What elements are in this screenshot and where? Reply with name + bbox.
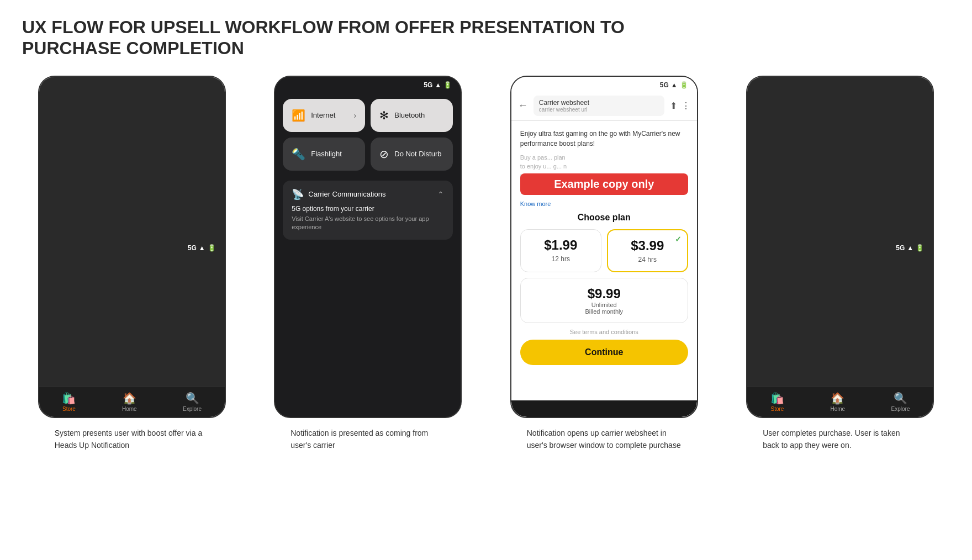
plan-price-2: $3.99 [616, 238, 679, 253]
store-icon-4: 🛍️ [770, 392, 784, 405]
nav-home-1[interactable]: 🏠 Home [122, 392, 137, 412]
quick-tiles-2: 📶 Internet › ✻ Bluetooth 🔦 Flashlight [275, 93, 461, 176]
example-copy-banner-3: Example copy only [520, 173, 688, 195]
screen3-column: 5G ▲ 🔋 ← Carrier websheet carrier webshe… [494, 76, 714, 452]
carrier-expand-icon[interactable]: ⌃ [437, 190, 444, 199]
websheet-topbar-3: ← Carrier websheet carrier websheet url … [511, 91, 697, 121]
bluetooth-label: Bluetooth [394, 111, 425, 119]
signal-icon-4: ▲ [907, 244, 913, 252]
phone-frame-2: 5G ▲ 🔋 📶 Internet › ✻ Bluetooth [274, 76, 462, 418]
back-button-3[interactable]: ← [518, 100, 528, 112]
status-bar-4: 5G ▲ 🔋 [747, 77, 933, 417]
nav-store-4[interactable]: 🛍️ Store [770, 392, 784, 412]
internet-icon: 📶 [292, 109, 305, 122]
screen4-column: 5G ▲ 🔋 🎁 2 🔍 🎮 👥 0 😊 [731, 76, 950, 452]
nav-explore-label-4: Explore [891, 406, 910, 412]
internet-label: Internet [311, 111, 335, 119]
share-icon-3[interactable]: ⬆ [670, 101, 677, 111]
carrier-icon-2: 📡 [292, 188, 304, 200]
nav-explore-1[interactable]: 🔍 Explore [183, 392, 202, 412]
carrier-title-row-2: 📡 Carrier Communications [292, 188, 385, 200]
page-title: UX FLOW FOR UPSELL WORKFLOW FROM OFFER P… [22, 17, 630, 59]
plan-billed-label: Billed monthly [529, 308, 680, 315]
explore-icon-4: 🔍 [894, 392, 907, 405]
plan-card-unlimited[interactable]: $9.99 Unlimited Billed monthly [520, 278, 688, 323]
5g-label-3: 5G [660, 81, 669, 89]
signal-icon-2: ▲ [435, 81, 441, 89]
promo-partial-area: Buy a pas... planto enjoy u... g... nrat… [520, 153, 688, 196]
carrier-name-2: Carrier Communications [308, 190, 385, 198]
plan-duration-1: 12 hrs [529, 255, 593, 263]
plan-duration-2: 24 hrs [616, 256, 679, 263]
store-icon-1: 🛍️ [62, 392, 76, 405]
5g-label-1: 5G [188, 244, 197, 252]
carrier-msg-body-2: Visit Carrier A's website to see options… [292, 215, 444, 232]
home-icon-1: 🏠 [123, 392, 136, 405]
terms-link-3[interactable]: See terms and conditions [520, 329, 688, 335]
phone-frame-3: 5G ▲ 🔋 ← Carrier websheet carrier webshe… [510, 76, 698, 418]
nav-explore-label-1: Explore [183, 406, 202, 412]
flashlight-tile[interactable]: 🔦 Flashlight [283, 138, 365, 171]
nav-home-label-4: Home [830, 406, 845, 412]
plan-unlimited-label: Unlimited [529, 302, 680, 308]
phone-frame-4: 5G ▲ 🔋 🎁 2 🔍 🎮 👥 0 😊 [746, 76, 934, 418]
bluetooth-icon: ✻ [379, 109, 389, 122]
more-icon-3[interactable]: ⋮ [682, 101, 690, 111]
nav-store-label-1: Store [62, 406, 76, 412]
promo-text-3: Enjoy ultra fast gaming on the go with M… [520, 129, 688, 149]
carrier-msg-title-2: 5G options from your carrier [292, 205, 444, 213]
dnd-tile[interactable]: ⊘ Do Not Disturb [371, 138, 453, 171]
internet-arrow: › [354, 111, 357, 120]
phone-frame-1: 5G ▲ 🔋 📡 5G options from your carrier Vi… [38, 76, 226, 418]
status-bar-1: 5G ▲ 🔋 [39, 77, 225, 417]
status-bar-2: 5G ▲ 🔋 [275, 77, 461, 91]
description-4: User completes purchase. User is taken b… [763, 427, 917, 452]
description-3: Notification opens up carrier websheet i… [527, 427, 682, 452]
description-2: Notification is presented as coming from… [290, 427, 445, 452]
description-1: System presents user with boost offer vi… [55, 427, 209, 452]
home-icon-4: 🏠 [831, 392, 844, 405]
flashlight-icon: 🔦 [292, 147, 305, 161]
internet-tile[interactable]: 📶 Internet › [283, 99, 365, 132]
bottom-bar-3 [511, 400, 697, 417]
nav-home-label-1: Home [122, 406, 137, 412]
screens-container: 5G ▲ 🔋 📡 5G options from your carrier Vi… [22, 76, 950, 452]
bluetooth-tile[interactable]: ✻ Bluetooth [371, 99, 453, 132]
know-more-link-3[interactable]: Know more [520, 200, 688, 207]
plan-card-1-99[interactable]: $1.99 12 hrs [520, 229, 601, 272]
bottom-nav-1: 🛍️ Store 🏠 Home 🔍 Explore [39, 386, 225, 417]
status-icons-1: 5G ▲ 🔋 [188, 244, 216, 252]
battery-icon-4: 🔋 [916, 244, 924, 252]
dnd-label: Do Not Disturb [394, 150, 441, 158]
5g-label-4: 5G [896, 244, 905, 252]
websheet-action-icons-3: ⬆ ⋮ [670, 101, 690, 111]
flashlight-label: Flashlight [311, 150, 342, 158]
nav-explore-4[interactable]: 🔍 Explore [891, 392, 910, 412]
battery-icon-3: 🔋 [680, 81, 688, 89]
nav-store-1[interactable]: 🛍️ Store [62, 392, 76, 412]
carrier-notification-2[interactable]: 📡 Carrier Communications ⌃ 5G options fr… [283, 181, 453, 240]
choose-plan-title-3: Choose plan [520, 213, 688, 223]
screen4-header: 🎁 2 🔍 🎮 👥 0 😊 [747, 417, 933, 418]
plan-price-unlimited: $9.99 [529, 286, 680, 302]
websheet-title-3: Carrier websheet [539, 99, 659, 107]
plan-options-3: $1.99 12 hrs ✓ $3.99 24 hrs [520, 229, 688, 272]
battery-icon-1: 🔋 [208, 244, 216, 252]
screen2-column: 5G ▲ 🔋 📶 Internet › ✻ Bluetooth [258, 76, 478, 452]
continue-button-3[interactable]: Continue [520, 340, 688, 365]
plan-check-icon: ✓ [675, 235, 682, 244]
bottom-nav-4: 🛍️ Store 🏠 Home 🔍 Explore [747, 386, 933, 417]
carrier-notif-header-2: 📡 Carrier Communications ⌃ [292, 188, 444, 200]
internet-tile-content: Internet › [311, 111, 356, 120]
signal-icon-1: ▲ [199, 244, 205, 252]
5g-label-2: 5G [424, 81, 432, 89]
dnd-icon: ⊘ [379, 147, 389, 161]
battery-icon-2: 🔋 [443, 81, 452, 89]
plan-card-3-99[interactable]: ✓ $3.99 24 hrs [607, 229, 688, 272]
nav-home-4[interactable]: 🏠 Home [830, 392, 845, 412]
signal-icon-3: ▲ [671, 81, 678, 89]
explore-icon-1: 🔍 [186, 392, 199, 405]
screen1-column: 5G ▲ 🔋 📡 5G options from your carrier Vi… [22, 76, 242, 452]
nav-store-label-4: Store [771, 406, 784, 412]
plan-price-1: $1.99 [529, 237, 593, 253]
